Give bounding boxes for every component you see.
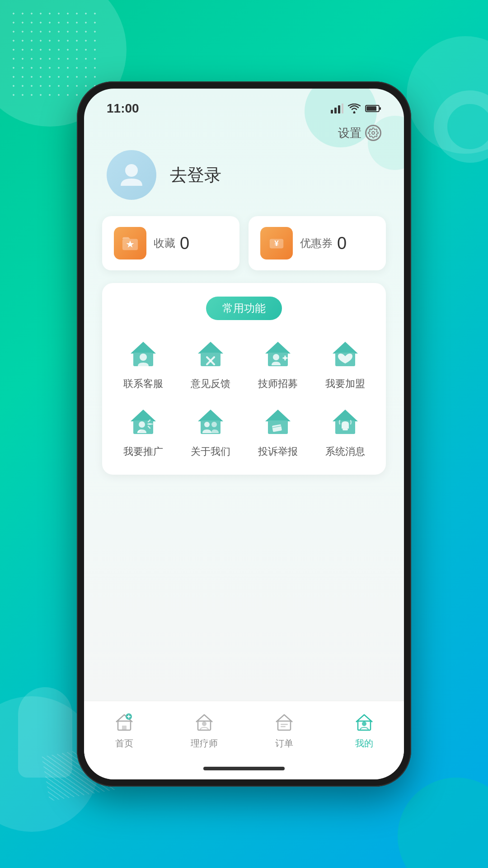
function-about[interactable]: 关于我们: [180, 403, 240, 458]
svg-text:¥: ¥: [274, 239, 279, 248]
svg-point-30: [139, 421, 145, 428]
svg-rect-46: [122, 726, 127, 730]
function-contact-service[interactable]: 联系客服: [113, 335, 173, 391]
svg-rect-52: [278, 721, 291, 730]
main-content: 设置 去登录: [84, 120, 404, 701]
function-feedback[interactable]: 意见反馈: [180, 335, 240, 391]
functions-grid: 联系客服: [113, 335, 375, 458]
svg-point-23: [273, 354, 279, 360]
tab-orders[interactable]: 订单: [244, 710, 324, 750]
wifi-icon: [348, 104, 361, 113]
svg-rect-0: [331, 110, 333, 113]
login-text: 去登录: [170, 164, 221, 187]
join-icon: [327, 335, 363, 372]
tab-mine[interactable]: 我的: [324, 710, 404, 750]
bg-decor-circle-br: [398, 778, 488, 868]
settings-button[interactable]: 设置: [338, 125, 381, 141]
svg-rect-3: [342, 104, 343, 113]
function-tech-recruit[interactable]: 技师招募: [248, 335, 308, 391]
svg-rect-2: [338, 105, 340, 113]
svg-rect-18: [201, 353, 221, 366]
tech-recruit-icon: [260, 335, 296, 372]
svg-point-8: [372, 132, 375, 134]
about-icon: [192, 403, 229, 439]
settings-row: 设置: [102, 125, 386, 141]
tab-orders-icon: [272, 710, 296, 734]
coupons-card[interactable]: ¥ 优惠券 0: [249, 216, 386, 270]
function-notification[interactable]: 系统消息: [315, 403, 375, 458]
home-indicator: [84, 763, 404, 779]
avatar-person-icon: [117, 160, 146, 189]
phone-screen: 11:00: [84, 89, 404, 779]
home-bar: [203, 767, 285, 770]
functions-card: 常用功能: [102, 283, 386, 475]
svg-rect-1: [334, 108, 337, 113]
settings-label: 设置: [338, 125, 361, 141]
notification-icon: [327, 403, 363, 439]
svg-point-4: [353, 112, 356, 114]
favorites-info: 收藏 0: [154, 234, 189, 253]
status-bar: 11:00: [84, 89, 404, 120]
svg-point-37: [211, 422, 217, 427]
star-icon: [122, 235, 139, 252]
feedback-label: 意见反馈: [191, 377, 230, 391]
feedback-icon: [192, 335, 229, 372]
tab-home-label: 首页: [115, 737, 133, 750]
tab-home-icon: [113, 710, 136, 734]
phone-frame: 11:00: [77, 81, 411, 787]
function-join[interactable]: 我要加盟: [315, 335, 375, 391]
signal-icon: [331, 104, 343, 113]
contact-service-label: 联系客服: [123, 377, 163, 391]
tab-bar: 首页 理疗师: [84, 701, 404, 763]
svg-point-56: [362, 722, 366, 726]
svg-point-36: [204, 422, 210, 427]
contact-service-icon: [125, 335, 161, 372]
tab-orders-label: 订单: [275, 737, 293, 750]
tab-therapist[interactable]: 理疗师: [164, 710, 244, 750]
favorites-count: 0: [180, 234, 189, 253]
favorites-card[interactable]: 收藏 0: [102, 216, 239, 270]
coupons-label: 优惠券: [300, 236, 333, 250]
coupons-count: 0: [337, 234, 347, 253]
tech-recruit-label: 技师招募: [258, 377, 298, 391]
svg-rect-53: [281, 724, 288, 725]
status-icons: [331, 104, 381, 113]
favorites-label: 收藏: [154, 236, 175, 250]
notification-label: 系统消息: [325, 445, 365, 458]
svg-rect-44: [343, 429, 348, 430]
avatar: [107, 150, 156, 200]
favorites-icon-box: [114, 227, 146, 259]
gear-icon: [365, 125, 381, 141]
tab-mine-label: 我的: [355, 737, 373, 750]
join-label: 我要加盟: [325, 377, 365, 391]
bg-decor-dots: [9, 9, 99, 99]
profile-section[interactable]: 去登录: [102, 150, 386, 200]
function-complaint[interactable]: 投诉举报: [248, 403, 308, 458]
function-promote[interactable]: 我要推广: [113, 403, 173, 458]
svg-rect-7: [380, 107, 381, 110]
coupons-info: 优惠券 0: [300, 234, 347, 253]
promote-icon: [125, 403, 161, 439]
tab-home[interactable]: 首页: [84, 710, 164, 750]
tab-mine-icon: [352, 710, 376, 734]
functions-title: 常用功能: [206, 297, 282, 320]
coupon-icon: ¥: [268, 235, 285, 252]
tab-therapist-label: 理疗师: [191, 737, 218, 750]
promote-label: 我要推广: [123, 445, 163, 458]
stats-row: 收藏 0 ¥ 优惠券 0: [102, 216, 386, 270]
tab-therapist-icon: [192, 710, 216, 734]
svg-rect-6: [366, 106, 376, 111]
functions-title-row: 常用功能: [113, 297, 375, 320]
complaint-label: 投诉举报: [258, 445, 298, 458]
coupons-icon-box: ¥: [260, 227, 293, 259]
svg-point-51: [202, 722, 206, 726]
battery-icon: [365, 104, 381, 113]
about-label: 关于我们: [191, 445, 230, 458]
svg-rect-54: [281, 726, 286, 727]
status-time: 11:00: [107, 101, 139, 116]
svg-point-16: [140, 354, 147, 361]
svg-point-9: [125, 164, 138, 177]
complaint-icon: [260, 403, 296, 439]
